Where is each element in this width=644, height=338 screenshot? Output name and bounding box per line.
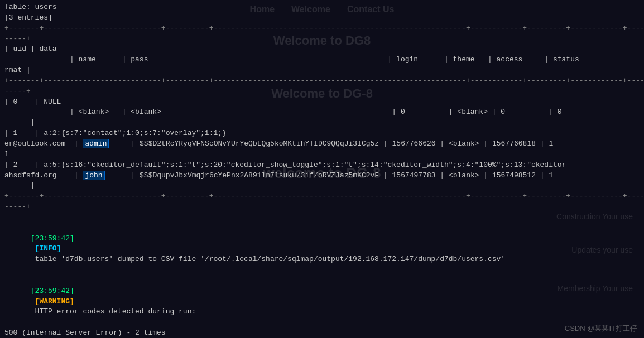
table-col-headers: | name | pass | login | theme | access |… — [4, 55, 640, 65]
table-border-6: -----+ — [4, 202, 640, 213]
table-header: Table: users — [4, 2, 640, 13]
table-col-rmat: rmat | — [4, 65, 640, 76]
row1-uid: | 1 | a:2:{s:7:"contact";i:0;s:7:"overla… — [4, 128, 640, 139]
table-border-4: -----+ — [4, 86, 640, 97]
john-highlight: john — [83, 171, 104, 180]
timestamp-2: [23:59:42] — [31, 287, 74, 295]
row0-uid: | 0 | NULL — [4, 97, 640, 108]
terminal-window: Home Welcome Contact Us Welcome to DG8 W… — [0, 0, 644, 338]
row0-data: | <blank> | <blank> | 0 | <blank> | 0 | … — [4, 107, 640, 118]
row2-end: | — [4, 181, 640, 191]
table-border-3: +-------+---------------------------+---… — [4, 76, 640, 86]
table-entries: [3 entries] — [4, 13, 640, 23]
warning-tag-1: [WARNING] — [31, 297, 74, 306]
row2-data: ahsdfsfd.org | john | $S$DqupvJbxVmqjr6c… — [4, 171, 640, 181]
admin-highlight: admin — [83, 139, 109, 148]
row2-uid: | 2 | a:5:{s:16:"ckeditor_default";s:1:"… — [4, 160, 640, 171]
blank-line-1 — [4, 213, 640, 223]
row1-end: l — [4, 149, 640, 160]
log-text-2: HTTP error codes detected during run: — [31, 307, 196, 316]
csdn-label: CSDN @某某IT打工仔 — [565, 323, 637, 334]
table-border-2: -----+ — [4, 34, 640, 45]
table-border-1: +-------+---------------------------+---… — [4, 23, 640, 34]
log-text-1: table 'd7db.users' dumped to CSV file '/… — [31, 255, 505, 263]
row1-data: er@outlook.com | admin | $S$D2tRcYRyqVFN… — [4, 139, 640, 149]
table-col-uid: | uid | data — [4, 44, 640, 55]
log-line-2: [23:59:42] [WARNING] HTTP error codes de… — [4, 276, 640, 328]
info-tag-1: [INFO] — [31, 244, 61, 253]
log-error-detail: 500 (Internal Server Error) - 2 times — [4, 328, 640, 338]
log-line-1: [23:59:42] [INFO] table 'd7db.users' dum… — [4, 223, 640, 276]
terminal-content: Table: users [3 entries] +-------+------… — [4, 2, 640, 338]
table-border-5: +-------+---------------------------+---… — [4, 191, 640, 202]
row0-end: | — [4, 118, 640, 128]
timestamp-1: [23:59:42] — [31, 234, 74, 243]
